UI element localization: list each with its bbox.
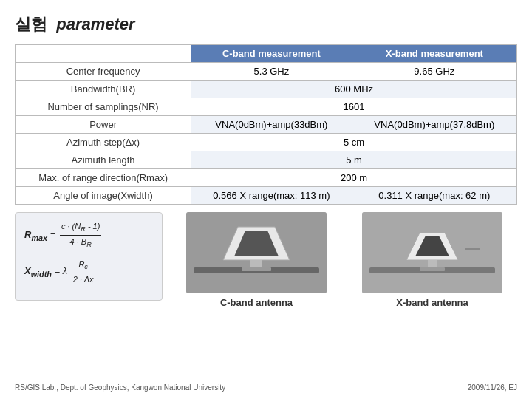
col-header-xband: X-band measurement xyxy=(352,45,516,63)
cband-antenna-image xyxy=(186,212,327,293)
row-label-2: Number of samplings(NR) xyxy=(16,98,191,116)
row-label-1: Bandwidth(BR) xyxy=(16,81,191,98)
footer-left: RS/GIS Lab., Dept. of Geophysics, Kangwo… xyxy=(15,383,225,392)
footer-right: 2009/11/26, EJ xyxy=(468,383,517,392)
xband-antenna-item: X-band antenna xyxy=(347,212,517,308)
xband-antenna-label: X-band antenna xyxy=(396,297,468,308)
svg-rect-4 xyxy=(250,260,262,267)
row-cband-0: 5.3 GHz xyxy=(191,63,352,81)
rmax-formula: Rmax = c · (NR - 1) 4 · BR xyxy=(24,220,153,250)
row-xband-0: 9.65 GHz xyxy=(352,63,516,81)
row-xband-7: 0.311 X range(max: 62 m) xyxy=(352,187,516,205)
row-label-3: Power xyxy=(16,116,191,134)
row-value-4: 5 cm xyxy=(191,134,517,151)
title-english: parameter xyxy=(56,15,134,33)
row-value-1: 600 MHz xyxy=(191,81,517,98)
xband-antenna-image xyxy=(362,212,502,293)
row-cband-7: 0.566 X range(max: 113 m) xyxy=(191,187,352,205)
page-title: 실험 parameter xyxy=(15,13,517,35)
row-xband-3: VNA(0dBm)+amp(37.8dBm) xyxy=(352,116,516,134)
row-value-5: 5 m xyxy=(191,151,517,169)
row-label-5: Azimuth length xyxy=(16,151,191,169)
xwidth-formula: Xwidth = λ Rc 2 · Δx xyxy=(24,258,153,285)
col-header-cband: C-band measurement xyxy=(191,45,352,63)
row-label-7: Angle of image(Xwidth) xyxy=(16,187,191,205)
formula-box: Rmax = c · (NR - 1) 4 · BR Xwidth = λ Rc… xyxy=(15,212,163,301)
svg-rect-5 xyxy=(242,267,271,271)
svg-rect-10 xyxy=(428,260,437,267)
row-cband-3: VNA(0dBm)+amp(33dBm) xyxy=(191,116,352,134)
row-value-6: 200 m xyxy=(191,169,517,187)
bottom-section: Rmax = c · (NR - 1) 4 · BR Xwidth = λ Rc… xyxy=(15,212,517,308)
cband-antenna-label: C-band antenna xyxy=(220,297,293,308)
title-korean: 실험 xyxy=(15,15,47,33)
row-label-0: Center frequency xyxy=(16,63,191,81)
cband-antenna-item: C-band antenna xyxy=(171,212,341,308)
row-label-4: Azimuth step(Δx) xyxy=(16,134,191,151)
svg-rect-11 xyxy=(420,267,445,271)
row-value-2: 1601 xyxy=(191,98,517,116)
parameter-table: C-band measurement X-band measurement Ce… xyxy=(15,44,517,205)
antenna-images: C-band antenna xyxy=(171,212,517,308)
row-label-6: Max. of range direction(Rmax) xyxy=(16,169,191,187)
